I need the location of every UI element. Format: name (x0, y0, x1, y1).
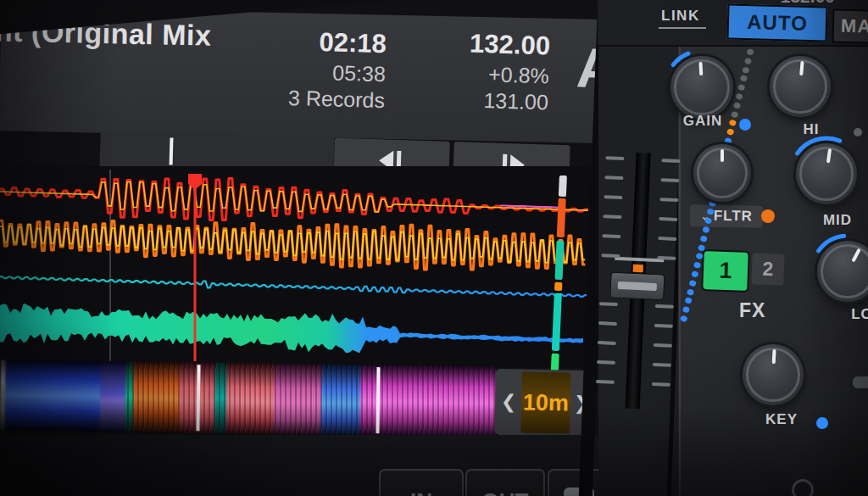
zoom-prev-button[interactable]: ❮ (500, 369, 517, 435)
fx1-button[interactable]: 1 (703, 251, 748, 291)
filter-label: FLTR (714, 208, 754, 226)
knob-label-gain: GAIN (683, 113, 723, 130)
time-total: 05:38 (249, 58, 386, 87)
gain-dot (739, 119, 751, 131)
knob-pointer (851, 248, 860, 262)
track-label-field: 3 Records (249, 84, 386, 114)
knob-label-key: KEY (765, 411, 798, 428)
knob-label-lo: LO (851, 306, 868, 323)
fltr-dot (761, 209, 775, 223)
hi-dot (854, 128, 862, 137)
advanced-panel: IN OUT (0, 435, 604, 496)
link-button[interactable]: LINK (661, 8, 709, 25)
bpm-value: 132.00 (414, 25, 550, 64)
knob-label-hi: HI (804, 121, 820, 138)
zoom-control: ❮ 10m ❯ (494, 369, 596, 437)
knob-pointer (698, 62, 703, 76)
mini-fader-fragment[interactable] (853, 376, 868, 388)
track-overview-stripe[interactable] (0, 359, 497, 437)
traktor-screenshot: ht (Original Mix 02:18 05:38 3 Records 1… (0, 0, 868, 496)
knob-hi[interactable] (770, 56, 831, 117)
knob-fltr[interactable] (693, 144, 751, 202)
fader-orange-marker (633, 265, 643, 273)
zoom-range-button[interactable]: 10m (520, 371, 570, 433)
track-title: ht (Original Mix (0, 14, 212, 52)
auto-button[interactable]: AUTO (726, 3, 827, 42)
loop-in-button[interactable]: IN (379, 469, 464, 496)
tempo-offset: +0.8% (413, 59, 549, 89)
loop-out-button[interactable]: OUT (465, 469, 545, 496)
knob-pointer (799, 61, 804, 75)
knob-pointer (721, 149, 724, 162)
time-column: 02:18 05:38 3 Records (249, 24, 387, 114)
knob-pointer (772, 349, 776, 363)
bpm-column: 132.00 +0.8% 131.00 (412, 25, 550, 116)
bpm-base: 131.00 (412, 85, 548, 115)
tempo-fader (587, 136, 688, 432)
fader-handle[interactable] (609, 272, 665, 301)
time-elapsed: 02:18 (250, 24, 387, 61)
headphone-cue-button[interactable] (792, 479, 814, 496)
knob-key[interactable] (743, 344, 804, 405)
knob-mid[interactable] (796, 143, 857, 204)
key-dot (816, 417, 828, 429)
fx2-button[interactable]: 2 (751, 253, 784, 285)
knob-lo[interactable] (817, 241, 868, 302)
filter-select-button[interactable]: ⌄ FLTR (690, 204, 763, 227)
knob-label-mid: MID (823, 212, 852, 229)
fx-label: FX (739, 299, 765, 322)
knob-gain[interactable] (670, 56, 733, 119)
knob-pointer (826, 148, 832, 163)
master-button[interactable]: MASTER (832, 8, 868, 45)
